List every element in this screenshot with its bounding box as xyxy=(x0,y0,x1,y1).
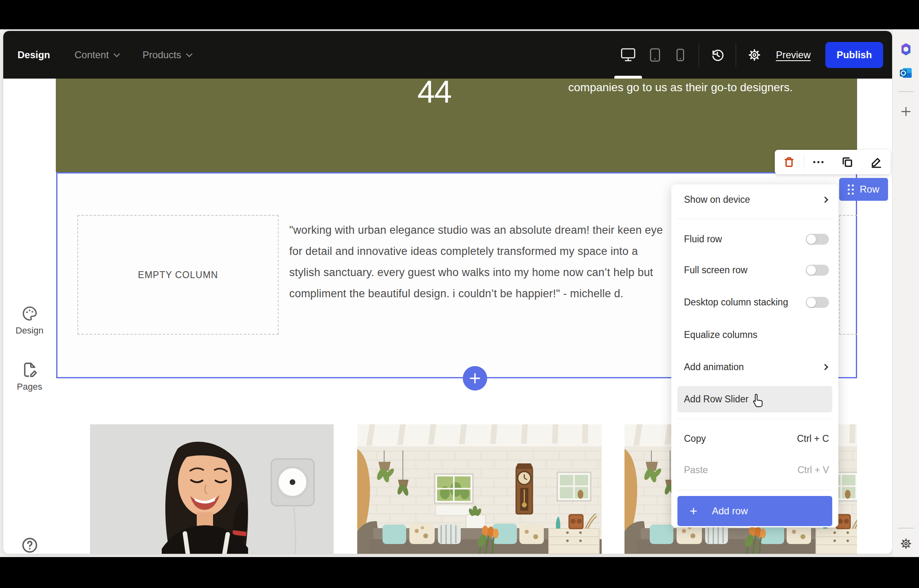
menu-item-label: Equalize columns xyxy=(684,329,757,340)
menu-divider xyxy=(677,219,833,219)
portrait-photo-illustration xyxy=(90,424,334,554)
mobile-icon xyxy=(676,48,684,61)
help-icon xyxy=(21,536,39,554)
edit-row-button[interactable] xyxy=(862,150,890,174)
menu-item-label: Full screen row xyxy=(684,265,748,276)
nav-products-label: Products xyxy=(143,49,181,61)
main-nav: Design Content Products xyxy=(18,31,191,79)
sidebar-item-help[interactable]: Help xyxy=(3,536,56,554)
sidebar-item-design[interactable]: Design xyxy=(3,305,56,336)
nav-design-label: Design xyxy=(18,49,50,61)
edit-icon xyxy=(870,156,882,168)
hero-caption: companies go to us as their go-to design… xyxy=(568,81,793,94)
testimonial-text[interactable]: "working with urban elegance studio was … xyxy=(289,219,670,304)
hero-section[interactable]: 44 companies go to us as their go-to des… xyxy=(56,79,857,172)
add-row-label: Add row xyxy=(712,505,748,517)
browser-side-panel xyxy=(892,29,919,557)
sidebar-item-pages[interactable]: Pages xyxy=(3,361,56,392)
publish-button[interactable]: Publish xyxy=(825,42,883,68)
menu-item-paste[interactable]: Paste Ctrl + V xyxy=(671,461,838,479)
settings-icon xyxy=(747,47,762,63)
plus-icon: + xyxy=(690,505,697,518)
full-screen-row-toggle[interactable] xyxy=(806,265,829,276)
delete-icon xyxy=(783,156,795,168)
menu-item-add-row-slider[interactable]: Add Row Slider xyxy=(677,386,832,412)
menu-item-fluid-row[interactable]: Fluid row xyxy=(671,230,838,248)
photo-living-room[interactable] xyxy=(357,424,602,554)
chevron-right-icon xyxy=(822,196,829,203)
empty-column-placeholder[interactable]: EMPTY COLUMN xyxy=(77,215,279,335)
nav-design[interactable]: Design xyxy=(18,49,50,61)
more-options-button[interactable] xyxy=(804,150,833,174)
microsoft365-icon xyxy=(899,42,913,56)
more-icon xyxy=(811,156,825,168)
menu-item-label: Show on device xyxy=(684,194,750,205)
settings-icon xyxy=(899,537,913,551)
add-icon xyxy=(899,105,912,118)
menu-item-label: Copy xyxy=(684,433,706,444)
row-toolbar xyxy=(775,150,890,174)
editor-topbar: Design Content Products xyxy=(3,31,892,79)
desktop-column-stacking-toggle[interactable] xyxy=(806,297,829,308)
hidden-column-outline xyxy=(839,215,857,335)
hero-stat-number: 44 xyxy=(418,79,451,109)
topbar-separator xyxy=(736,43,736,67)
menu-divider xyxy=(677,419,833,419)
menu-item-desktop-column-stacking[interactable]: Desktop column stacking xyxy=(671,293,838,312)
duplicate-row-button[interactable] xyxy=(833,150,862,174)
menu-divider xyxy=(677,490,833,490)
add-row-button[interactable]: + Add row xyxy=(677,496,832,526)
side-panel-settings-button[interactable] xyxy=(899,537,913,552)
wall-clock xyxy=(515,463,533,514)
menu-item-copy[interactable]: Copy Ctrl + C xyxy=(671,429,838,448)
editor-sidebar: Design Pages Help xyxy=(3,79,56,554)
drag-handle-icon xyxy=(848,184,854,195)
nav-products[interactable]: Products xyxy=(143,49,191,61)
palette-icon xyxy=(21,305,38,322)
duplicate-icon xyxy=(841,156,853,168)
preview-link[interactable]: Preview xyxy=(776,49,811,61)
chevron-down-icon xyxy=(186,51,193,57)
device-mobile-button[interactable] xyxy=(668,31,693,79)
menu-item-label: Desktop column stacking xyxy=(684,297,788,308)
pages-icon xyxy=(21,361,38,378)
photo-portrait-designer[interactable] xyxy=(90,424,334,554)
menu-item-shortcut: Ctrl + C xyxy=(797,433,829,444)
add-panel-button[interactable] xyxy=(899,105,912,120)
nav-content[interactable]: Content xyxy=(75,49,118,61)
menu-item-shortcut: Ctrl + V xyxy=(798,465,829,476)
device-tablet-button[interactable] xyxy=(642,31,668,79)
microsoft365-button[interactable] xyxy=(899,42,913,58)
screen: Design Content Products xyxy=(0,0,919,588)
row-drag-badge[interactable]: Row xyxy=(839,178,888,201)
menu-item-label: Fluid row xyxy=(684,234,722,245)
topbar-actions: Preview Publish xyxy=(614,31,892,79)
empty-column-label: EMPTY COLUMN xyxy=(138,270,218,281)
menu-item-label: Add Row Slider xyxy=(684,394,749,405)
menu-item-add-animation[interactable]: Add animation xyxy=(671,358,838,376)
menu-item-label: Add animation xyxy=(684,362,744,373)
tablet-icon xyxy=(650,48,660,62)
history-icon xyxy=(710,47,725,63)
nav-content-label: Content xyxy=(75,49,109,61)
sidebar-item-label: Pages xyxy=(17,382,42,392)
active-device-indicator xyxy=(614,76,642,79)
menu-item-full-screen-row[interactable]: Full screen row xyxy=(671,261,838,279)
topbar-separator xyxy=(699,43,699,67)
side-panel-divider xyxy=(898,91,914,92)
delete-row-button[interactable] xyxy=(775,150,804,174)
device-desktop-button[interactable] xyxy=(614,31,642,79)
menu-item-label: Paste xyxy=(684,465,708,476)
add-section-button[interactable] xyxy=(463,366,487,391)
history-button[interactable] xyxy=(705,31,730,79)
side-panel-divider xyxy=(898,528,914,529)
menu-item-equalize-columns[interactable]: Equalize columns xyxy=(671,325,838,344)
editor-window: Design Content Products xyxy=(3,31,892,554)
outlook-button[interactable] xyxy=(899,66,913,81)
living-room-photo-illustration xyxy=(357,424,602,554)
row-badge-label: Row xyxy=(860,184,879,195)
fluid-row-toggle[interactable] xyxy=(806,234,829,245)
menu-item-show-on-device[interactable]: Show on device xyxy=(671,190,838,209)
outlook-icon xyxy=(899,66,913,80)
site-settings-button[interactable] xyxy=(742,31,767,79)
